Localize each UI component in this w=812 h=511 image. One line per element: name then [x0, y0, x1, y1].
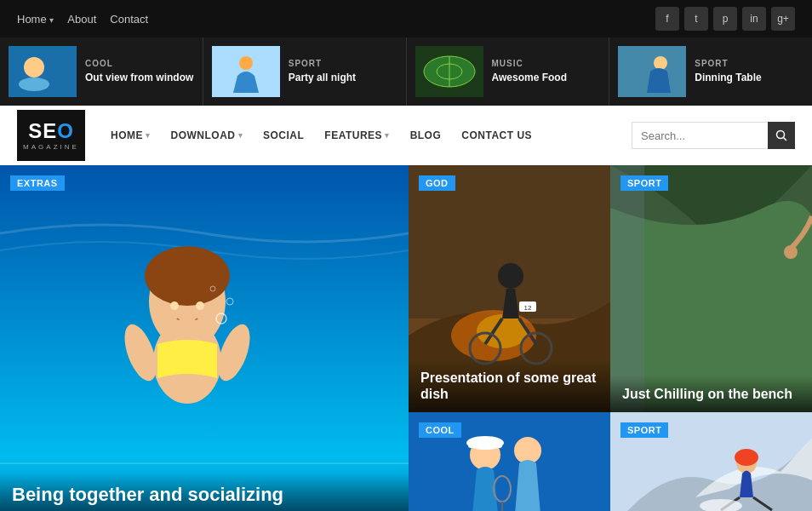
svg-point-5 — [239, 56, 253, 70]
svg-rect-44 — [468, 439, 502, 448]
svg-point-11 — [654, 56, 667, 70]
nav-social[interactable]: SOCIAL — [254, 123, 312, 148]
grid-item-bottom-middle[interactable]: COOL — [409, 412, 610, 511]
logo-seo: SEO — [28, 121, 74, 141]
search-button[interactable] — [768, 122, 795, 149]
main-header: SEO MAGAZINE HOME ▾ DOWNLOAD ▾ SOCIAL FE… — [0, 106, 812, 165]
logo[interactable]: SEO MAGAZINE — [17, 110, 85, 161]
bottom-middle-badge: COOL — [419, 422, 461, 438]
right-top-badge: SPORT — [620, 175, 668, 191]
svg-point-30 — [498, 263, 523, 289]
nav-contact[interactable]: CONTACT US — [453, 123, 540, 148]
twitter-icon[interactable]: t — [684, 7, 708, 31]
right-top-caption-title: Just Chilling on the bench — [622, 386, 800, 402]
featured-item-0[interactable]: COOL Out view from window — [0, 37, 203, 106]
search-icon — [775, 129, 787, 141]
social-icons: f t p in g+ — [655, 7, 795, 31]
grid-item-top-middle[interactable]: 12 GOD Presentation of some great dish — [409, 165, 610, 412]
svg-point-12 — [777, 131, 785, 139]
main-grid: EXTRAS Being together and socializing St… — [0, 165, 812, 511]
svg-text:12: 12 — [524, 304, 532, 312]
download-nav-arrow: ▾ — [238, 131, 243, 140]
pinterest-icon[interactable]: p — [713, 7, 737, 31]
svg-point-3 — [19, 78, 49, 91]
grid-item-top-right[interactable]: SPORT Just Chilling on the bench — [610, 165, 812, 412]
featured-item-1[interactable]: SPORT Party all night — [203, 37, 407, 106]
svg-line-13 — [784, 138, 787, 141]
featured-item-3[interactable]: SPORT Dinning Table — [609, 37, 812, 106]
nav-about[interactable]: About — [67, 13, 96, 26]
middle-top-caption: Presentation of some great dish — [409, 359, 610, 412]
featured-thumb-0 — [9, 46, 77, 97]
featured-item-2[interactable]: MUSIC Awesome Food — [407, 37, 610, 106]
logo-magazine: MAGAZINE — [23, 143, 79, 151]
featured-meta-1: SPORT Party all night — [289, 59, 397, 85]
large-badge: EXTRAS — [10, 175, 65, 191]
featured-thumb-3 — [618, 46, 686, 97]
nav-home[interactable]: Home ▾ — [17, 13, 54, 26]
features-nav-arrow: ▾ — [385, 131, 390, 140]
featured-strip: COOL Out view from window SPORT Party al… — [0, 37, 812, 106]
search-box — [632, 122, 795, 149]
nav-contact[interactable]: Contact — [110, 13, 148, 26]
right-top-caption: Just Chilling on the bench — [610, 376, 812, 412]
nav-download[interactable]: DOWNLOAD ▾ — [163, 123, 252, 148]
featured-thumb-2 — [415, 46, 483, 97]
svg-point-16 — [145, 246, 230, 306]
large-caption: Being together and socializing Stay focu… — [0, 474, 409, 511]
svg-point-18 — [196, 301, 204, 310]
home-arrow-icon: ▾ — [49, 15, 54, 25]
underwater-image — [0, 165, 409, 511]
svg-point-2 — [24, 57, 44, 78]
featured-meta-0: COOL Out view from window — [85, 59, 194, 85]
main-nav: HOME ▾ DOWNLOAD ▾ SOCIAL FEATURES ▾ BLOG… — [102, 123, 632, 148]
googleplus-icon[interactable]: g+ — [771, 7, 795, 31]
nav-home[interactable]: HOME ▾ — [102, 123, 159, 148]
svg-point-17 — [170, 301, 179, 310]
search-input[interactable] — [632, 122, 768, 149]
svg-point-38 — [784, 245, 798, 259]
middle-top-badge: GOD — [419, 175, 455, 191]
nav-features[interactable]: FEATURES ▾ — [316, 123, 397, 148]
featured-meta-2: MUSIC Awesome Food — [492, 59, 601, 85]
facebook-icon[interactable]: f — [655, 7, 679, 31]
featured-thumb-1 — [212, 46, 280, 97]
home-nav-arrow: ▾ — [146, 131, 151, 140]
svg-point-50 — [735, 449, 758, 466]
top-nav: Home ▾ About Contact — [17, 13, 148, 26]
grid-item-large[interactable]: EXTRAS Being together and socializing St… — [0, 165, 409, 511]
instagram-icon[interactable]: in — [742, 7, 766, 31]
grid-item-bottom-right[interactable]: SPORT — [610, 412, 812, 511]
large-caption-title: Being together and socializing — [12, 484, 397, 506]
middle-top-caption-title: Presentation of some great dish — [420, 370, 598, 402]
nav-blog[interactable]: BLOG — [402, 123, 450, 148]
bottom-right-badge: SPORT — [620, 422, 668, 438]
top-bar: Home ▾ About Contact f t p in g+ — [0, 0, 812, 37]
featured-meta-3: SPORT Dinning Table — [695, 59, 803, 85]
